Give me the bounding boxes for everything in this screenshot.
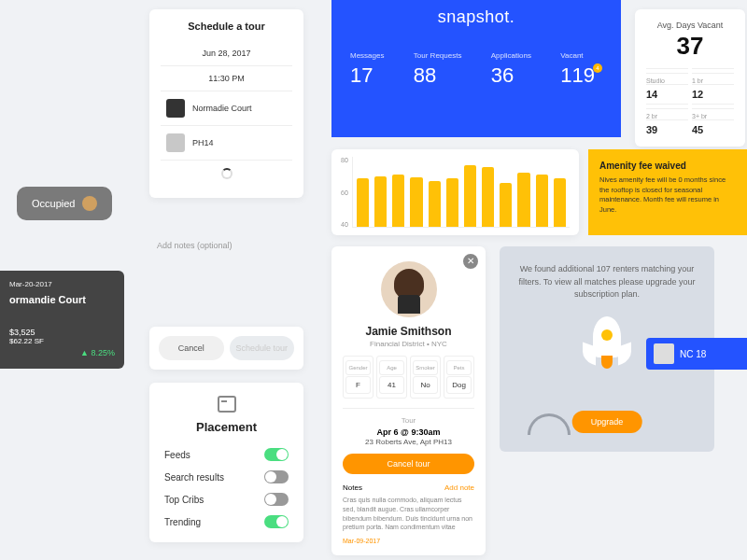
profile-location: Financial District • NYC [343,340,474,348]
profile-name: Jamie Smithson [343,325,474,338]
occupied-label: Occupied [32,198,75,209]
placement-row: Trending [164,511,289,533]
avg-days-vacant-card: Avg. Days Vacant 37 Studio141 br122 br39… [635,9,745,147]
nc18-chip[interactable]: NC 18 [646,338,747,370]
placement-item-label: Top Cribs [164,495,204,505]
vacant-cell: 3+ br45 [692,104,734,135]
vacant-cell: 1 br12 [692,68,734,100]
loading-spinner-icon [221,168,233,179]
schedule-title: Schedule a tour [161,21,292,32]
property-tile[interactable]: Mar-20-2017 ormandie Court $3,525 $62.22… [0,271,124,369]
toggle[interactable] [264,515,289,528]
rocket-icon [579,316,635,382]
vacant-value: 37 [646,32,734,61]
chart-bar [482,167,494,227]
placement-card: Placement FeedsSearch resultsTop CribsTr… [149,383,303,542]
close-icon[interactable]: ✕ [463,254,478,269]
snapshot-stat: Vacant1194 [560,51,602,88]
placement-item-label: Feeds [164,450,190,460]
chart-bar [357,178,369,227]
unit-thumb-icon [166,133,185,152]
chart-bar [500,183,512,227]
chart-bar [554,178,566,227]
notes-label: Notes [343,483,362,492]
property-name: ormandie Court [9,294,115,305]
occupied-pill: Occupied [17,187,112,220]
schedule-notes-area[interactable]: Add notes (optional) [149,233,303,258]
profile-attr: Age41 [376,356,407,399]
property-thumb-icon [166,99,185,118]
chart-bar [410,177,422,227]
tour-label: Tour [343,416,474,425]
schedule-unit-row[interactable]: PH14 [161,126,292,161]
placement-row: Search results [164,466,289,488]
amenity-notice: Amenity fee waived Nives amenity fee wil… [588,149,747,235]
placement-row: Feeds [164,443,289,466]
profile-attr: PetsDog [444,356,474,399]
amenity-title: Amenity fee waived [599,161,736,171]
upgrade-text: We found additional 107 renters matching… [514,263,699,301]
notes-placeholder: Add notes (optional) [157,241,296,250]
notes-body: Cras quis nulla commodo, aliquam lectus … [343,496,474,532]
toggle[interactable] [264,470,289,483]
vacant-cell: Studio14 [646,68,688,100]
nc18-thumb-icon [654,343,674,364]
property-price: $3,525 [9,328,115,337]
vacant-label: Avg. Days Vacant [646,21,734,30]
bar-chart: 806040 [331,149,579,235]
toggle[interactable] [264,493,289,506]
stat-badge: 4 [593,63,602,73]
snapshot-stat: Tour Requests88 [414,51,462,88]
chart-bar [464,165,476,227]
schedule-tour-card: Schedule a tour Jun 28, 2017 11:30 PM No… [149,9,303,198]
profile-card: ✕ Jamie Smithson Financial District • NY… [331,246,486,555]
profile-attr: GenderF [343,356,374,399]
snapshot-stat: Messages17 [350,51,384,88]
schedule-date-row[interactable]: Jun 28, 2017 [161,41,292,66]
cancel-tour-button[interactable]: Cancel tour [343,454,474,474]
occupied-avatar-icon [82,196,97,211]
notes-date: Mar-09-2017 [343,538,474,544]
schedule-button-row: Cancel Schedule tour [149,327,303,370]
snapshot-title: snapshot. [350,7,602,27]
property-sqft: $62.22 SF [9,337,115,345]
chart-bar [429,181,441,227]
chart-bar [536,175,548,227]
profile-attr: SmokerNo [410,356,441,399]
nc18-label: NC 18 [680,349,706,359]
placement-row: Top Cribs [164,488,289,511]
chart-bar [374,176,387,227]
property-change: ▲ 8.25% [80,348,115,357]
placement-item-label: Search results [164,472,224,483]
schedule-property-row[interactable]: Normadie Court [161,91,292,126]
profile-tour-section: Tour Apr 6 @ 9:30am 23 Roberts Ave, Apt … [343,408,474,474]
avatar [381,261,437,317]
gauge-icon [528,413,571,435]
schedule-time-row[interactable]: 11:30 PM [161,66,292,91]
tour-address: 23 Roberts Ave, Apt PH13 [343,438,474,446]
add-note-link[interactable]: Add note [444,483,474,492]
toggle[interactable] [264,448,289,461]
vacant-cell: 2 br39 [646,104,688,135]
cancel-button[interactable]: Cancel [159,336,224,360]
amenity-body: Nives amenity fee will be 0 months since… [599,175,736,215]
schedule-submit-button[interactable]: Schedule tour [230,336,295,360]
chart-bar [446,178,458,227]
snapshot-stat: Applications36 [491,51,531,88]
chart-bar [392,175,404,227]
tour-when: Apr 6 @ 9:30am [343,427,474,437]
upgrade-button[interactable]: Upgrade [572,411,642,433]
placement-title: Placement [164,420,289,434]
snapshot-panel: snapshot. Messages17Tour Requests88Appli… [331,0,621,137]
placement-item-label: Trending [164,517,201,527]
property-date: Mar-20-2017 [9,280,115,288]
placement-icon [218,396,236,413]
chart-bar [517,173,529,227]
